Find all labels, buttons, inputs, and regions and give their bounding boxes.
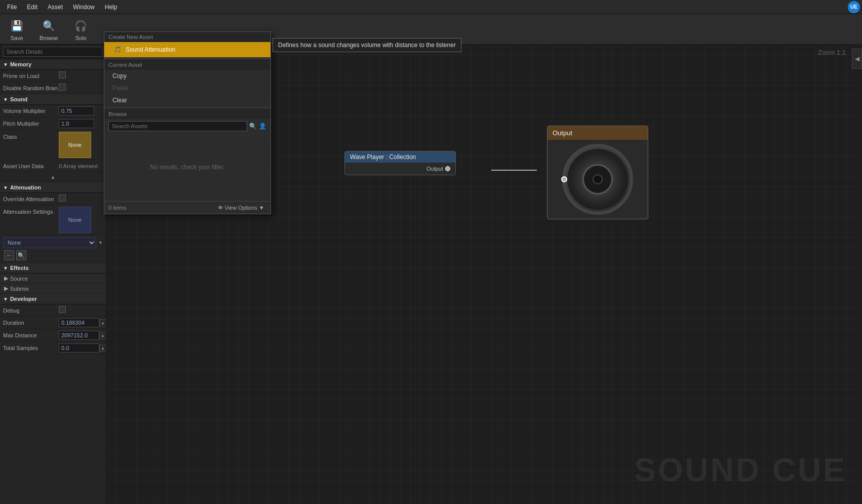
wave-player-output-port[interactable] <box>445 166 450 171</box>
sound-attenuation-item[interactable]: 🎵 Sound Attenuation <box>104 42 270 57</box>
total-samples-value: ▲ <box>59 343 106 353</box>
divider-2 <box>104 107 270 108</box>
ue-app-icon: UE <box>848 1 860 13</box>
ctx-search-input[interactable] <box>108 121 247 131</box>
attenuation-settings-button[interactable]: None <box>59 207 91 233</box>
memory-label: Memory <box>10 61 31 67</box>
debug-value <box>59 306 103 315</box>
attenuation-settings-value: None <box>59 207 103 233</box>
wave-player-node[interactable]: Wave Player : Collection Output <box>344 151 456 175</box>
app-icon-container: UE <box>848 1 860 13</box>
effects-section-header[interactable]: ▼ Effects <box>0 263 106 274</box>
override-attenuation-label: Override Attenuation <box>3 196 59 202</box>
prime-on-load-checkbox[interactable] <box>59 71 66 79</box>
ctx-footer: 0 items 👁 View Options ▼ <box>104 201 270 214</box>
divider-1 <box>104 58 270 59</box>
speaker-center <box>582 164 613 195</box>
solo-icon: 🎧 <box>73 18 89 34</box>
total-samples-input-row: ▲ <box>59 343 106 353</box>
max-distance-spin-up[interactable]: ▲ <box>99 332 106 339</box>
menu-edit[interactable]: Edit <box>22 2 43 13</box>
menu-asset[interactable]: Asset <box>43 2 68 13</box>
save-button[interactable]: 💾 Save <box>4 16 29 43</box>
override-attenuation-checkbox[interactable] <box>59 195 66 202</box>
eye-icon: 👁 <box>218 205 223 211</box>
search-input[interactable] <box>3 47 103 57</box>
collapse-side-button[interactable]: ◀ <box>852 49 862 69</box>
item-count: 0 items <box>108 205 126 211</box>
copy-item[interactable]: Copy <box>104 70 270 82</box>
prime-on-load-label: Prime on Load <box>3 73 59 79</box>
pitch-multiplier-label: Pitch Multiplier <box>3 121 59 127</box>
class-button[interactable]: None <box>59 132 91 158</box>
volume-multiplier-input[interactable] <box>59 106 94 115</box>
sound-attenuation-label: Sound Attenuation <box>126 46 175 53</box>
max-distance-row: Max Distance ▲ <box>0 329 106 342</box>
prime-on-load-value <box>59 71 103 80</box>
debug-label: Debug <box>3 307 59 314</box>
duration-value: ▲ <box>59 318 106 327</box>
paste-item[interactable]: Paste <box>104 82 270 94</box>
pitch-multiplier-input[interactable] <box>59 119 94 128</box>
total-samples-spin-up[interactable]: ▲ <box>99 344 106 352</box>
debug-row: Debug <box>0 304 106 317</box>
volume-multiplier-row: Volume Multiplier <box>0 105 106 118</box>
debug-checkbox[interactable] <box>59 306 66 313</box>
developer-section-header[interactable]: ▼ Developer <box>0 294 106 304</box>
output-input-port[interactable] <box>561 176 567 182</box>
sound-cue-watermark: SOUND CUE <box>634 451 847 489</box>
attenuation-dropdown[interactable]: None <box>3 237 96 248</box>
source-label: Source <box>10 276 28 282</box>
clear-item[interactable]: Clear <box>104 94 270 106</box>
effects-label: Effects <box>10 265 29 271</box>
attenuation-section-header[interactable]: ▼ Attenuation <box>0 182 106 193</box>
browse-icon: 🔍 <box>41 18 57 34</box>
browse-button[interactable]: 🔍 Browse <box>35 16 62 43</box>
pitch-multiplier-value <box>59 119 103 128</box>
solo-button[interactable]: 🎧 Solo <box>68 16 94 43</box>
duration-row: Duration ▲ <box>0 317 106 329</box>
duration-input[interactable] <box>59 318 99 327</box>
max-distance-input[interactable] <box>59 331 99 340</box>
sound-section-header[interactable]: ▼ Sound <box>0 94 106 105</box>
attenuation-nav-row: ← 🔍 <box>3 250 103 260</box>
current-asset-label: Current Asset <box>104 60 270 70</box>
duration-spin-up[interactable]: ▲ <box>99 319 106 326</box>
expand-arrow[interactable]: ▲ <box>51 174 56 180</box>
browse-section-label: Browse <box>104 109 270 119</box>
search-bar <box>0 45 106 59</box>
output-body <box>547 140 648 219</box>
volume-multiplier-value <box>59 106 103 115</box>
save-icon: 💾 <box>9 18 25 34</box>
prime-on-load-row: Prime on Load <box>0 70 106 82</box>
ctx-search-icon[interactable]: 🔍 <box>249 123 257 130</box>
output-node[interactable]: Output <box>547 126 648 219</box>
total-samples-input[interactable] <box>59 343 99 353</box>
submix-collapse[interactable]: ▶ Submix <box>0 284 106 294</box>
disable-random-checkbox[interactable] <box>59 84 66 91</box>
speaker-core <box>593 174 603 184</box>
ctx-search-row: 🔍 👤 <box>104 119 270 133</box>
attenuation-back-button[interactable]: ← <box>4 250 14 260</box>
attenuation-search-button[interactable]: 🔍 <box>16 250 26 260</box>
class-label: Class <box>3 132 59 140</box>
menu-window[interactable]: Window <box>68 2 100 13</box>
menu-file[interactable]: File <box>2 2 22 13</box>
max-distance-label: Max Distance <box>3 332 59 338</box>
ctx-user-icon[interactable]: 👤 <box>259 123 266 130</box>
context-menu: Create New Asset 🎵 Sound Attenuation Cur… <box>104 31 271 214</box>
attenuation-settings-row: Attenuation Settings None <box>0 205 106 235</box>
source-collapse[interactable]: ▶ Source <box>0 274 106 284</box>
view-options-label: View Options <box>225 205 258 211</box>
zoom-label: Zoom 1:1 <box>818 49 846 56</box>
developer-label: Developer <box>10 296 37 302</box>
menu-help[interactable]: Help <box>100 2 123 13</box>
view-options-chevron: ▼ <box>259 205 264 211</box>
total-samples-label: Total Samples <box>3 345 59 351</box>
tooltip: Defines how a sound changes volume with … <box>272 38 461 52</box>
memory-section-header[interactable]: ▼ Memory <box>0 59 106 70</box>
submix-label: Submix <box>10 286 29 292</box>
view-options-button[interactable]: 👁 View Options ▼ <box>216 204 267 212</box>
browse-label: Browse <box>40 35 58 41</box>
attenuation-arrow: ▼ <box>3 185 8 190</box>
